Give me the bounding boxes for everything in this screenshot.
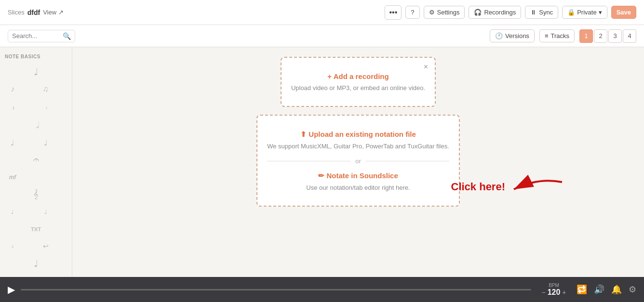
bpm-increase-button[interactable]: +: [562, 289, 566, 296]
sidebar-icon-quarter-note[interactable]: ♩: [0, 63, 72, 80]
sync-button[interactable]: ⏸ Sync: [525, 6, 558, 19]
sidebar-icon-note-b[interactable]: ♩: [37, 134, 54, 151]
page-button-2[interactable]: 2: [594, 29, 607, 43]
add-recording-subtitle: Upload video or MP3, or embed an online …: [291, 84, 425, 92]
sidebar-icon-rest1[interactable]: 𝄽: [4, 100, 21, 117]
bell-icon[interactable]: 🔔: [611, 284, 622, 295]
doc-name: dfdf: [27, 9, 40, 16]
bpm-value: 120: [548, 288, 561, 297]
header-left: Slices dfdf View ↗: [8, 9, 64, 16]
chevron-down-icon: ▾: [599, 9, 602, 16]
bpm-control: BPM − 120 +: [537, 283, 571, 297]
toolbar: 🔍 🕐 Versions ≡ Tracks 1 2 3 4: [0, 25, 644, 47]
sidebar-icons-grid: ♪ ♫ 𝄽 𝄾: [0, 80, 72, 117]
recordings-button[interactable]: 🎧 Recordings: [469, 6, 521, 19]
more-options-button[interactable]: •••: [385, 5, 402, 20]
sidebar-icon-clef[interactable]: 𝄞: [0, 186, 72, 203]
sidebar-icon-note-a[interactable]: ♩: [4, 134, 21, 151]
divider-line-right: [366, 161, 449, 161]
sidebar-icon-undo[interactable]: ↩: [37, 237, 54, 255]
divider-line-left: [267, 161, 350, 161]
close-button[interactable]: ×: [424, 63, 428, 71]
settings-button[interactable]: ⚙ Settings: [424, 6, 465, 19]
page-button-3[interactable]: 3: [608, 29, 622, 43]
toolbar-right: 🕐 Versions ≡ Tracks 1 2 3 4: [490, 29, 636, 43]
sidebar: NOTE BASICS ♩ ♪ ♫ 𝄽 𝄾 𝅗𝅥 ♩ ♩ 𝄐 mf 𝄞 ♩ ♩ …: [0, 47, 72, 277]
sidebar-icons-grid3: mf: [0, 169, 72, 186]
bpm-row: − 120 +: [541, 288, 566, 297]
page-buttons: 1 2 3 4: [579, 29, 636, 43]
search-icon: 🔍: [63, 32, 71, 40]
top-header: Slices dfdf View ↗ ••• ? ⚙ Settings 🎧 Re…: [0, 0, 644, 25]
sidebar-icons-grid4: ♩ ♩: [0, 203, 72, 221]
sidebar-icons-grid2: ♩ ♩: [0, 134, 72, 151]
sidebar-icon-sixteenth[interactable]: ♫: [37, 80, 54, 98]
main-area: NOTE BASICS ♩ ♪ ♫ 𝄽 𝄾 𝅗𝅥 ♩ ♩ 𝄐 mf 𝄞 ♩ ♩ …: [0, 47, 644, 277]
sidebar-icons-grid5: ♪ ↩: [0, 237, 72, 255]
versions-icon: 🕐: [495, 32, 503, 39]
private-button[interactable]: 🔒 Private ▾: [562, 6, 607, 19]
breadcrumb-label: Slices: [8, 9, 25, 16]
divider-or: or: [267, 158, 449, 165]
add-recording-card: × + Add a recording Upload video or MP3,…: [281, 57, 436, 107]
sidebar-icon-crotchet[interactable]: ♩: [0, 255, 72, 272]
sidebar-icon-note-d[interactable]: ♩: [37, 203, 54, 221]
sidebar-icon-note-e[interactable]: ♪: [4, 237, 21, 255]
notation-card: ⬆ Upload an existing notation file We su…: [256, 115, 460, 207]
tracks-icon: ≡: [545, 32, 549, 39]
save-button[interactable]: Save: [611, 6, 636, 19]
arrow-icon: [509, 172, 567, 201]
loop-icon[interactable]: 🔁: [577, 284, 587, 295]
bottom-player: ▶ BPM − 120 + 🔁 🔊 🔔 ⚙: [0, 277, 644, 302]
sidebar-icon-eighth[interactable]: ♪: [4, 80, 21, 98]
tracks-button[interactable]: ≡ Tracks: [539, 29, 575, 42]
or-text: or: [355, 158, 361, 165]
gear-icon: ⚙: [429, 9, 435, 16]
help-button[interactable]: ?: [405, 6, 419, 19]
add-recording-title[interactable]: + Add a recording: [291, 72, 425, 80]
view-link[interactable]: View ↗: [43, 9, 64, 16]
bpm-decrease-button[interactable]: −: [541, 289, 545, 296]
page-button-4[interactable]: 4: [623, 29, 636, 43]
upload-notation-subtitle: We support MusicXML, Guitar Pro, PowerTa…: [267, 143, 449, 150]
search-input[interactable]: [12, 32, 60, 39]
sidebar-icon-rest2[interactable]: 𝄾: [37, 100, 54, 117]
content-area: × + Add a recording Upload video or MP3,…: [72, 47, 644, 277]
sidebar-icon-note-c[interactable]: ♩: [4, 203, 21, 221]
bpm-label: BPM: [549, 283, 559, 288]
sidebar-section-label: NOTE BASICS: [0, 52, 72, 63]
headphones-icon: 🎧: [474, 9, 482, 16]
page-button-1[interactable]: 1: [579, 29, 593, 43]
player-icons: 🔁 🔊 🔔 ⚙: [577, 284, 636, 295]
settings-icon[interactable]: ⚙: [629, 284, 636, 295]
click-annotation: Click here!: [451, 172, 567, 201]
versions-button[interactable]: 🕐 Versions: [490, 29, 535, 42]
play-button[interactable]: ▶: [8, 284, 15, 295]
search-box[interactable]: 🔍: [8, 30, 75, 42]
notate-title[interactable]: ✏ Notate in Soundslice: [267, 171, 449, 180]
lock-icon: 🔒: [567, 9, 575, 16]
progress-bar[interactable]: [21, 289, 531, 290]
sync-icon: ⏸: [530, 9, 537, 16]
sidebar-icon-dynamic[interactable]: mf: [4, 169, 21, 186]
header-right: ••• ? ⚙ Settings 🎧 Recordings ⏸ Sync 🔒 P…: [385, 5, 636, 20]
sidebar-icon-bar[interactable]: 𝄐: [0, 151, 72, 169]
volume-icon[interactable]: 🔊: [594, 284, 604, 295]
upload-notation-title[interactable]: ⬆ Upload an existing notation file: [267, 130, 449, 139]
sidebar-txt-icon[interactable]: TXT: [0, 221, 72, 238]
sidebar-icon-half-note[interactable]: 𝅗𝅥: [0, 117, 72, 134]
notate-subtitle: Use our notation/tab editor right here.: [267, 184, 449, 191]
